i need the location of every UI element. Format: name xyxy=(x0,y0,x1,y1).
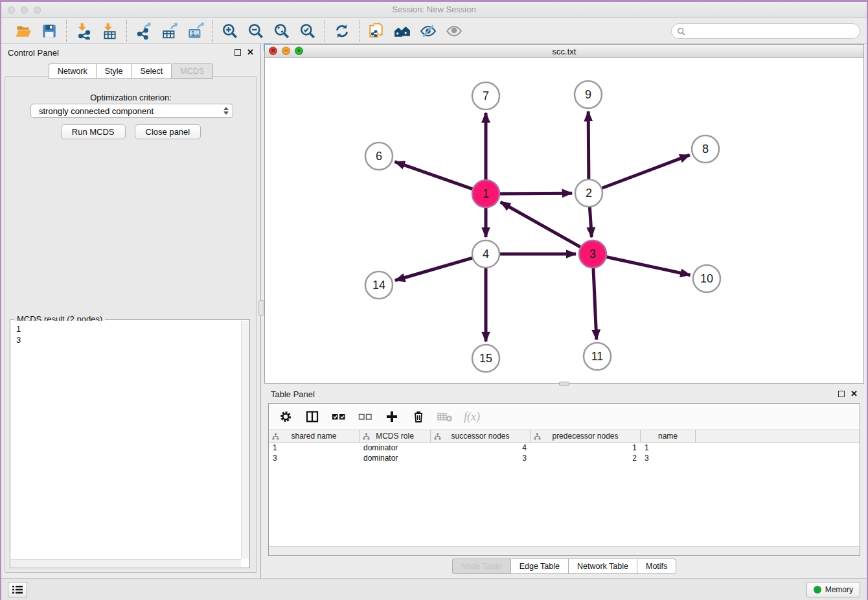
node-label-10: 10 xyxy=(700,272,713,285)
control-panel-title: Control Panel xyxy=(8,48,59,58)
node-label-14: 14 xyxy=(372,279,385,292)
table-header-row: shared name MCDS role successor nodes pr… xyxy=(269,430,860,443)
tab-style[interactable]: Style xyxy=(96,63,131,79)
application-window: Session: New Session xyxy=(1,2,867,600)
column-header-name[interactable]: name xyxy=(641,430,696,442)
mcds-result-list: 1 3 xyxy=(11,321,241,559)
zoom-fit-icon[interactable] xyxy=(273,23,290,40)
task-history-button[interactable] xyxy=(8,582,27,597)
delete-column-icon[interactable] xyxy=(411,409,426,424)
edge-3-11[interactable] xyxy=(593,266,597,340)
main-toolbar xyxy=(1,18,867,44)
control-panel-tabs: Network Style Select MCDS xyxy=(1,63,260,79)
add-column-icon[interactable] xyxy=(384,409,400,424)
zoom-in-icon[interactable] xyxy=(222,23,238,40)
column-header-shared-name[interactable]: shared name xyxy=(269,430,360,442)
select-all-icon[interactable] xyxy=(331,409,347,424)
save-session-icon[interactable] xyxy=(41,23,58,40)
node-label-2: 2 xyxy=(586,187,592,200)
edge-1-2[interactable] xyxy=(498,193,572,194)
close-panel-button[interactable]: Close panel xyxy=(135,124,201,139)
edge-4-14[interactable] xyxy=(395,257,474,280)
edge-2-9[interactable] xyxy=(588,111,589,181)
open-session-icon[interactable] xyxy=(15,23,32,40)
tab-select[interactable]: Select xyxy=(131,63,172,79)
node-label-6: 6 xyxy=(376,150,382,163)
hierarchy-icon xyxy=(434,433,441,440)
result-vertical-scrollbar[interactable] xyxy=(241,321,249,559)
first-neighbors-icon[interactable] xyxy=(394,23,411,40)
table-toolbar: f(x) xyxy=(269,404,860,430)
tab-mcds[interactable]: MCDS xyxy=(171,63,213,79)
close-table-panel-icon[interactable]: ✕ xyxy=(851,391,858,397)
tab-network-table[interactable]: Network Table xyxy=(568,559,637,574)
table-tabs: Node Table Edge Table Network Table Moti… xyxy=(264,559,864,574)
tab-node-table[interactable]: Node Table xyxy=(452,559,510,574)
table-panel: Table Panel ✕ xyxy=(264,386,864,577)
splitter-handle[interactable] xyxy=(258,300,264,316)
search-input[interactable] xyxy=(689,27,854,36)
edge-3-10[interactable] xyxy=(605,257,691,275)
float-panel-icon[interactable] xyxy=(234,49,241,56)
edge-2-8[interactable] xyxy=(600,155,690,189)
delete-table-icon xyxy=(437,409,453,424)
node-label-11: 11 xyxy=(591,350,604,363)
split-view-icon[interactable] xyxy=(304,409,320,424)
node-label-8: 8 xyxy=(702,143,709,156)
network-graph[interactable]: 1234678910111415 xyxy=(265,58,863,383)
node-label-9: 9 xyxy=(585,88,591,101)
mcds-panel: Optimization criterion: strongly connect… xyxy=(5,76,257,573)
tab-network[interactable]: Network xyxy=(49,63,96,79)
column-header-mcds-role[interactable]: MCDS role xyxy=(360,430,431,442)
optimization-criterion-select[interactable]: strongly connected component xyxy=(30,104,233,118)
table-horizontal-scrollbar[interactable] xyxy=(269,546,860,555)
tab-motifs[interactable]: Motifs xyxy=(637,559,676,574)
node-label-1: 1 xyxy=(483,187,489,200)
memory-label: Memory xyxy=(825,585,853,594)
edge-2-3[interactable] xyxy=(589,205,591,237)
tab-edge-table[interactable]: Edge Table xyxy=(510,559,568,574)
result-horizontal-scrollbar[interactable] xyxy=(11,559,241,567)
zoom-out-icon[interactable] xyxy=(247,23,264,40)
duplicate-network-icon[interactable] xyxy=(368,23,385,40)
import-network-icon[interactable] xyxy=(75,23,92,40)
search-field[interactable] xyxy=(671,23,860,39)
network-window-titlebar[interactable]: ✕ − + scc.txt xyxy=(265,45,863,58)
mcds-result-box: MCDS result (2 nodes) 1 3 xyxy=(10,319,250,568)
zoom-selected-icon[interactable] xyxy=(299,23,316,40)
export-network-icon[interactable] xyxy=(135,23,152,40)
hide-selected-icon[interactable] xyxy=(420,23,437,40)
export-image-icon[interactable] xyxy=(187,23,204,40)
edge-3-1[interactable] xyxy=(501,202,582,248)
export-table-icon[interactable] xyxy=(161,23,178,40)
close-panel-icon[interactable]: ✕ xyxy=(247,49,254,56)
edge-1-6[interactable] xyxy=(395,162,475,190)
table-settings-icon[interactable] xyxy=(278,409,293,424)
table-row[interactable]: 1 dominator 4 1 1 xyxy=(269,443,860,453)
import-table-icon[interactable] xyxy=(101,23,118,40)
column-header-successor-nodes[interactable]: successor nodes xyxy=(431,430,531,442)
memory-status-icon xyxy=(814,586,821,594)
network-resize-handle[interactable] xyxy=(559,382,569,386)
run-mcds-button[interactable]: Run MCDS xyxy=(61,124,126,139)
control-panel: Control Panel ✕ Network Style Select MCD… xyxy=(1,44,260,578)
float-table-panel-icon[interactable] xyxy=(838,391,845,397)
network-canvas[interactable]: 1234678910111415 xyxy=(265,58,863,383)
hierarchy-icon xyxy=(534,433,541,440)
node-label-4: 4 xyxy=(483,248,489,260)
column-header-predecessor-nodes[interactable]: predecessor nodes xyxy=(531,430,641,442)
node-label-15: 15 xyxy=(479,352,492,365)
hierarchy-icon xyxy=(363,433,370,440)
memory-button[interactable]: Memory xyxy=(806,582,860,597)
network-window-title: scc.txt xyxy=(265,47,863,56)
refresh-layout-icon[interactable] xyxy=(334,23,350,40)
window-title: Session: New Session xyxy=(1,5,867,14)
node-label-7: 7 xyxy=(483,89,489,102)
table-row[interactable]: 3 dominator 3 2 3 xyxy=(269,453,860,463)
search-icon xyxy=(677,27,685,36)
mcds-result-line: 1 xyxy=(16,323,241,334)
mcds-result-line: 3 xyxy=(16,334,241,345)
optimization-criterion-value: strongly connected component xyxy=(39,106,154,116)
network-window: ✕ − + scc.txt 1234678910111415 xyxy=(264,44,864,384)
deselect-all-icon[interactable] xyxy=(358,409,373,424)
